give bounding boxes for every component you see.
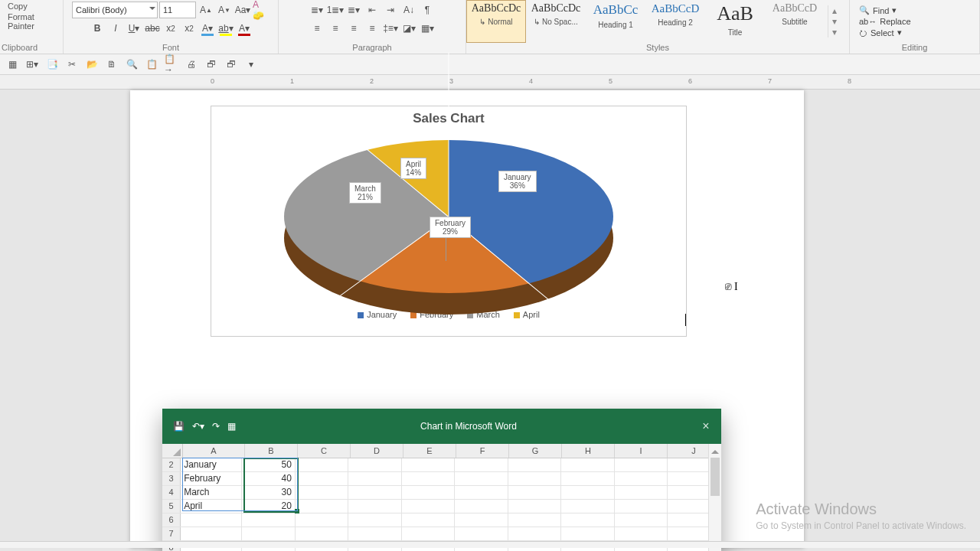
row-header[interactable]: 5 xyxy=(162,500,181,513)
cell[interactable] xyxy=(296,458,349,471)
cell[interactable] xyxy=(348,458,402,471)
row-header[interactable]: 7 xyxy=(162,527,181,540)
col-header[interactable]: F xyxy=(456,444,509,458)
cell[interactable] xyxy=(561,458,615,471)
italic-button[interactable]: I xyxy=(107,20,124,37)
cell[interactable] xyxy=(348,472,402,485)
cell[interactable] xyxy=(561,500,615,513)
cell[interactable] xyxy=(508,514,562,527)
column-headers[interactable]: A B C D E F G H I J xyxy=(162,444,721,458)
highlight-button[interactable]: ab▾ xyxy=(217,20,234,37)
cell[interactable] xyxy=(561,514,615,527)
gallery-more[interactable]: ▴▾▾ xyxy=(828,5,841,37)
table-row[interactable]: 5 April 20 xyxy=(162,500,721,514)
qat-btn-2[interactable]: ⊞▾ xyxy=(24,57,40,72)
cell[interactable] xyxy=(348,527,402,540)
style-title[interactable]: AaBTitle xyxy=(705,0,765,43)
cell[interactable] xyxy=(296,472,349,485)
row-header[interactable]: 4 xyxy=(162,486,181,499)
numbering-button[interactable]: 1≣▾ xyxy=(327,2,344,18)
cell[interactable] xyxy=(615,527,668,540)
pie-chart[interactable]: January36% February29% March21% April14% xyxy=(284,140,613,293)
strike-button[interactable]: abc xyxy=(144,20,161,37)
cell[interactable] xyxy=(402,472,456,485)
table-row[interactable]: 6 xyxy=(162,514,721,527)
cell[interactable] xyxy=(615,500,668,513)
qat-btn-3[interactable]: 📑 xyxy=(44,57,60,72)
cell[interactable]: January xyxy=(181,458,242,471)
bold-button[interactable]: B xyxy=(89,20,106,37)
font-name-combo[interactable]: Calibri (Body) xyxy=(72,2,158,18)
col-header[interactable]: B xyxy=(245,444,298,458)
cell[interactable] xyxy=(508,458,562,471)
col-header[interactable]: E xyxy=(403,444,456,458)
format-painter-button[interactable]: Format Painter xyxy=(5,12,58,31)
cell[interactable] xyxy=(455,472,508,485)
cell[interactable] xyxy=(561,527,615,540)
bullets-button[interactable]: ≣▾ xyxy=(309,2,325,18)
open-button[interactable]: 📂 xyxy=(84,57,100,72)
qat-btn-1[interactable]: ▦ xyxy=(5,57,20,72)
chart-datasheet-window[interactable]: 💾 ↶▾ ↷ ▦ Chart in Microsoft Word × A B C… xyxy=(162,409,721,551)
shading-button[interactable]: ◪▾ xyxy=(400,20,417,37)
col-header[interactable]: H xyxy=(562,444,615,458)
row-header[interactable]: 3 xyxy=(162,472,181,485)
table-row[interactable]: 3 February 40 xyxy=(162,472,721,486)
vertical-scrollbar[interactable] xyxy=(708,444,721,551)
cell[interactable] xyxy=(348,486,402,499)
chart-object[interactable]: Sales Chart January36% February29% March… xyxy=(211,106,687,337)
horizontal-ruler[interactable]: 012345678 xyxy=(0,75,980,90)
increase-indent-button[interactable]: ⇥ xyxy=(382,2,399,18)
font-size-combo[interactable]: 11 xyxy=(159,2,196,18)
table-row[interactable]: 4 March 30 xyxy=(162,486,721,500)
cell[interactable] xyxy=(242,527,296,540)
cell[interactable] xyxy=(508,486,562,499)
cell[interactable]: March xyxy=(181,486,242,499)
subscript-button[interactable]: x2 xyxy=(162,20,179,37)
style-subtitle[interactable]: AaBbCcDSubtitle xyxy=(765,0,825,43)
clear-formatting-button[interactable]: A🧽 xyxy=(253,2,270,18)
cell[interactable] xyxy=(402,514,456,527)
justify-button[interactable]: ≡ xyxy=(364,20,381,37)
xl-redo-icon[interactable]: ↷ xyxy=(212,421,220,432)
col-header[interactable]: G xyxy=(509,444,562,458)
xl-undo-icon[interactable]: ↶▾ xyxy=(192,421,204,432)
qat-more[interactable]: ▾ xyxy=(243,57,259,72)
cell[interactable] xyxy=(402,500,456,513)
cell[interactable] xyxy=(455,527,508,540)
col-header[interactable]: D xyxy=(351,444,403,458)
cut-button[interactable]: ✂ xyxy=(64,57,80,72)
shrink-font-button[interactable]: A▼ xyxy=(216,2,233,18)
row-header[interactable]: 6 xyxy=(162,514,181,527)
style-no-spacing[interactable]: AaBbCcDc↳ No Spac... xyxy=(526,0,586,43)
row-header[interactable]: 2 xyxy=(162,458,181,471)
print-button[interactable]: 🖨 xyxy=(184,57,199,72)
spreadsheet-grid[interactable]: A B C D E F G H I J 2 January 50 3 Febru… xyxy=(162,444,721,551)
col-header[interactable]: A xyxy=(183,444,245,458)
cell[interactable] xyxy=(402,486,456,499)
cell[interactable] xyxy=(561,472,615,485)
text-effects-button[interactable]: A▾ xyxy=(199,20,216,37)
qat-btn-10[interactable]: 🗗 xyxy=(204,57,219,72)
col-header[interactable]: C xyxy=(298,444,351,458)
align-right-button[interactable]: ≡ xyxy=(345,20,362,37)
cell[interactable] xyxy=(296,486,349,499)
paste-button[interactable]: 📋 xyxy=(144,57,159,72)
cell[interactable] xyxy=(402,527,456,540)
replace-button[interactable]: ab↔Replace xyxy=(859,17,911,26)
change-case-button[interactable]: Aa▾ xyxy=(234,2,251,18)
cell[interactable] xyxy=(455,486,508,499)
underline-button[interactable]: U▾ xyxy=(126,20,142,37)
cell[interactable] xyxy=(455,458,508,471)
find-button[interactable]: 🔍Find ▾ xyxy=(859,5,911,15)
cell[interactable] xyxy=(181,527,242,540)
copy-button[interactable]: Copy xyxy=(5,2,28,11)
cell[interactable]: April xyxy=(181,500,242,513)
status-bar[interactable] xyxy=(0,541,980,548)
qat-btn-11[interactable]: 🗗 xyxy=(224,57,239,72)
scroll-thumb[interactable] xyxy=(710,458,720,496)
cell[interactable] xyxy=(615,472,668,485)
col-header[interactable]: I xyxy=(615,444,668,458)
cell[interactable]: 30 xyxy=(242,486,296,499)
line-spacing-button[interactable]: ‡≡▾ xyxy=(382,20,399,37)
